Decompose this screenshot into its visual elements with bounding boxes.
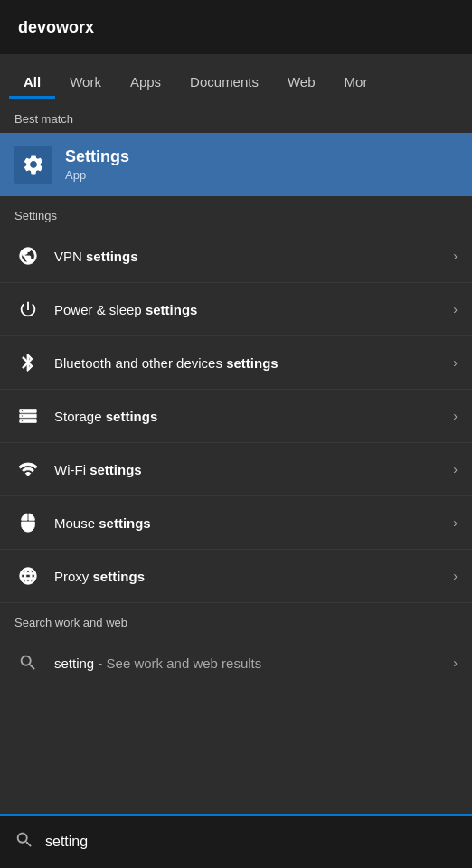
bluetooth-icon [14, 349, 42, 376]
best-match-header: Best match [0, 99, 472, 133]
mouse-settings-text: Mouse settings [54, 515, 453, 531]
list-item-bluetooth[interactable]: Bluetooth and other devices settings › [0, 336, 472, 390]
tab-documents[interactable]: Documents [175, 65, 273, 99]
tab-all[interactable]: All [9, 65, 55, 99]
search-bar [0, 814, 472, 868]
list-item-power[interactable]: Power & sleep settings › [0, 283, 472, 336]
best-match-info: Settings App [65, 147, 129, 182]
tabs-bar: All Work Apps Documents Web Mor [0, 54, 472, 99]
top-bar: devoworx [0, 0, 472, 54]
storage-chevron: › [453, 409, 458, 423]
web-search-chevron: › [453, 656, 458, 670]
settings-app-icon [14, 146, 52, 184]
wifi-chevron: › [453, 462, 458, 476]
list-item-wifi[interactable]: Wi-Fi settings › [0, 443, 472, 496]
bluetooth-chevron: › [453, 355, 458, 370]
power-icon [14, 296, 42, 323]
mouse-chevron: › [453, 515, 458, 530]
list-item-storage[interactable]: Storage settings › [0, 390, 472, 443]
storage-icon [14, 402, 42, 429]
list-item-proxy[interactable]: Proxy settings › [0, 550, 472, 603]
tab-apps[interactable]: Apps [116, 65, 175, 99]
gear-icon [22, 153, 45, 176]
web-search-item[interactable]: setting - See work and web results › [0, 637, 472, 689]
best-match-subtitle: App [65, 168, 129, 182]
power-chevron: › [453, 302, 458, 316]
mouse-icon [14, 509, 42, 536]
main-content: Best match Settings App Settings VPN set… [0, 99, 472, 814]
vpn-settings-text: VPN settings [54, 249, 453, 264]
best-match-item[interactable]: Settings App [0, 133, 472, 196]
list-item-mouse[interactable]: Mouse settings › [0, 496, 472, 550]
tab-web[interactable]: Web [273, 65, 330, 99]
search-input[interactable] [45, 834, 458, 850]
settings-section-header: Settings [0, 196, 472, 230]
search-work-web-header: Search work and web [0, 603, 472, 637]
bluetooth-settings-text: Bluetooth and other devices settings [54, 355, 453, 371]
proxy-icon [14, 562, 42, 590]
wifi-icon [14, 456, 42, 483]
storage-settings-text: Storage settings [54, 409, 453, 424]
vpn-icon [14, 242, 42, 269]
search-icon [14, 830, 34, 854]
vpn-chevron: › [453, 249, 458, 263]
wifi-settings-text: Wi-Fi settings [54, 462, 453, 477]
tab-more[interactable]: Mor [330, 65, 382, 99]
power-settings-text: Power & sleep settings [54, 302, 453, 317]
app-title: devoworx [18, 18, 94, 37]
search-web-icon [14, 649, 42, 676]
proxy-settings-text: Proxy settings [54, 569, 453, 584]
proxy-chevron: › [453, 569, 458, 583]
web-search-text: setting - See work and web results [54, 656, 453, 671]
tab-work[interactable]: Work [55, 65, 116, 99]
list-item-vpn[interactable]: VPN settings › [0, 230, 472, 283]
best-match-title: Settings [65, 147, 129, 166]
